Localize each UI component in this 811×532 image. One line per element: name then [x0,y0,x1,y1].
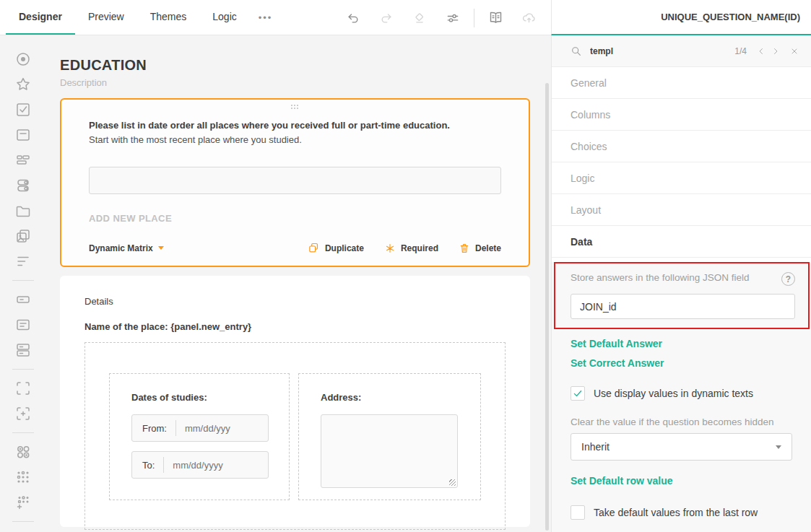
detail-panel-card[interactable]: Details Name of the place: {panel.new_en… [60,276,530,527]
clear-value-label: Clear the value if the question becomes … [571,417,792,427]
property-grid: 1/4 General Columns Choices Logic Layout… [551,35,811,532]
settings-sliders-icon[interactable] [441,6,465,30]
chevron-down-icon [776,445,781,449]
search-input[interactable] [590,46,734,56]
dates-panel-label: Dates of studies: [131,392,289,403]
toolbox-item-multiple-textboxes[interactable] [14,341,32,359]
duplicate-button[interactable]: Duplicate [308,242,364,254]
search-icon [571,45,582,57]
search-match-counter: 1/4 [734,46,747,56]
toolbox-item-boolean[interactable] [14,176,32,195]
page-description[interactable]: Description [60,77,530,88]
toolbox-item-dropdown[interactable] [14,126,32,144]
question-subtitle[interactable]: Start with the most recent place where y… [89,134,501,145]
section-data[interactable]: Data [552,226,811,258]
section-columns[interactable]: Columns [552,99,811,131]
set-default-answer-link[interactable]: Set Default Answer [571,338,811,349]
template-outer-panel[interactable]: Dates of studies: From: To: [84,342,506,530]
toolbox-item-radiogroup[interactable] [14,50,32,69]
drag-handle-icon[interactable] [291,105,300,110]
section-layout[interactable]: Layout [552,194,811,226]
address-textarea[interactable] [321,414,458,488]
trash-icon [459,243,470,254]
from-date-input[interactable] [185,423,257,434]
toolbox-divider [12,369,34,370]
help-icon[interactable]: ? [781,272,795,286]
dates-panel[interactable]: Dates of studies: From: To: [109,373,290,500]
property-search-bar: 1/4 [552,35,811,67]
toolbox-item-ranking[interactable] [14,252,32,271]
header-toolbar [341,0,541,35]
field-divider [175,420,176,436]
tab-logic[interactable]: Logic [199,0,249,35]
tab-designer[interactable]: Designer [6,0,75,35]
highlighted-property: Store answers in the following JSON fiel… [554,262,810,329]
json-field-input[interactable] [571,294,795,319]
required-button[interactable]: Required [384,243,438,254]
preview-book-icon[interactable] [483,6,508,30]
section-logic[interactable]: Logic [552,162,811,194]
toolbox-item-image-picker[interactable] [14,227,32,245]
checkbox-unchecked-icon [571,505,585,520]
redo-icon[interactable] [374,6,399,30]
selected-question-header: UNIQUE_QUESTION_NAME(ID) [551,0,811,35]
set-correct-answer-link[interactable]: Set Correct Answer [571,357,811,369]
previous-match-icon[interactable] [754,44,768,58]
toolbox-item-long-text[interactable] [14,315,32,334]
canvas-scrollbar[interactable] [545,83,549,531]
set-default-row-value-link[interactable]: Set Default row value [571,475,811,487]
toolbox-sidebar [0,35,46,532]
toolbox-item-file-upload[interactable] [14,201,32,220]
tab-preview[interactable]: Preview [75,0,137,35]
address-panel[interactable]: Address: [298,373,481,500]
section-choices[interactable]: Choices [552,131,811,162]
required-asterisk-icon [384,243,396,254]
close-search-icon[interactable] [787,44,802,58]
field-divider [163,457,164,473]
question-type-selector[interactable]: Dynamic Matrix [89,243,164,253]
toolbar-divider [474,9,474,27]
next-match-icon[interactable] [768,44,783,58]
duplicate-icon [308,242,320,254]
selected-question-name: UNIQUE_QUESTION_NAME(ID) [661,12,811,22]
checkbox-checked-icon [571,386,585,401]
main-header: Designer Preview Themes Logic ••• [0,0,551,35]
tab-themes[interactable]: Themes [137,0,200,35]
page-title[interactable]: EDUCATION [60,57,530,74]
delete-button[interactable]: Delete [459,243,501,254]
toolbox-item-matrix-dynamic[interactable] [14,493,32,512]
section-general[interactable]: General [552,67,811,99]
from-date-field[interactable]: From: [131,414,269,442]
add-new-place-button[interactable]: ADD NEW PLACE [89,213,501,224]
take-default-values-checkbox[interactable]: Take default values from the last row [571,505,811,520]
toolbox-divider [12,280,34,281]
toolbox-item-tagbox[interactable] [14,151,32,170]
view-tabs: Designer Preview Themes Logic ••• [6,0,281,35]
data-section-content: Store answers in the following JSON fiel… [552,262,811,532]
cloud-upload-icon[interactable] [516,6,541,30]
to-date-input[interactable] [173,460,245,471]
matrix-cell-input[interactable] [89,167,501,194]
more-tabs-icon[interactable]: ••• [250,0,282,35]
question-title[interactable]: Please list in date order all places whe… [89,120,501,131]
json-field-label: Store answers in the following JSON fiel… [571,272,750,283]
toolbox-item-panel[interactable] [14,379,32,398]
toolbox-item-single-line-input[interactable] [14,290,32,309]
selected-question-card[interactable]: Please list in date order all places whe… [60,98,530,267]
toolbox-item-dynamic-panel[interactable] [14,404,32,423]
toolbox-divider [12,521,34,522]
toolbox-item-rating[interactable] [14,75,32,94]
toolbox-divider [12,432,34,433]
undo-icon[interactable] [341,6,365,30]
toolbox-item-matrix-single-choice[interactable] [14,442,32,461]
eraser-icon[interactable] [407,6,432,30]
address-panel-label: Address: [321,392,480,403]
toolbox-item-checkboxes[interactable] [14,100,32,119]
to-date-field[interactable]: To: [131,451,269,479]
toolbox-item-matrix-multi-choice[interactable] [14,468,32,487]
design-canvas: EDUCATION Description Please list in dat… [46,35,551,532]
clear-value-dropdown[interactable]: Inherit [571,433,792,461]
question-footer: Dynamic Matrix Duplicate Required Delete [89,242,501,254]
use-display-values-checkbox[interactable]: Use display values in dynamic texts [571,386,811,401]
resize-handle-icon[interactable] [449,479,456,486]
